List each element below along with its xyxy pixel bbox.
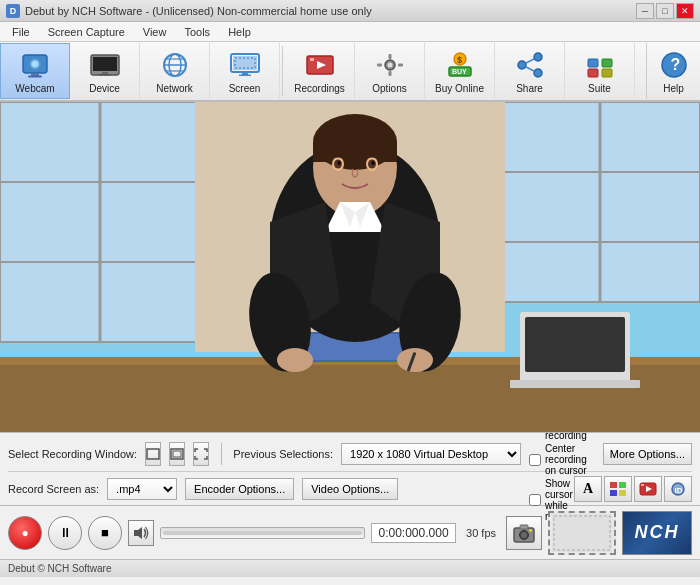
title-bar: D Debut by NCH Software - (Unlicensed) N…	[0, 0, 700, 22]
select-window-label: Select Recording Window:	[8, 448, 137, 460]
toolbar-help[interactable]: ? Help	[646, 43, 700, 99]
svg-rect-25	[388, 71, 391, 76]
show-cursor-checkbox[interactable]	[529, 494, 541, 506]
preview-thumbnail	[548, 511, 616, 555]
recordings-icon	[304, 49, 336, 81]
menu-tools[interactable]: Tools	[176, 24, 218, 40]
options-label: Options	[372, 83, 406, 94]
toolbar-suite[interactable]: Suite	[565, 43, 635, 99]
snapshot-button[interactable]	[506, 516, 542, 550]
toolbar-recordings[interactable]: Recordings	[285, 43, 355, 99]
minimize-button[interactable]: ─	[636, 3, 654, 19]
video-options-button[interactable]: Video Options...	[302, 478, 398, 500]
screen-icon	[229, 49, 261, 81]
video-effects-button[interactable]	[634, 476, 662, 502]
menu-file[interactable]: File	[4, 24, 38, 40]
status-bar: Debut © NCH Software	[0, 559, 700, 577]
buy-online-label: Buy Online	[435, 83, 484, 94]
svg-point-100	[529, 529, 531, 531]
time-display: 0:00:000.000	[371, 523, 456, 543]
device-label: Device	[89, 83, 120, 94]
controls-row2: Record Screen as: .mp4 .avi .mov .wmv En…	[8, 471, 692, 501]
window-btn-3[interactable]	[193, 442, 209, 466]
bottom-bar: ● ⏸ ■ 0:00:000.000 30 fps NCH	[0, 505, 700, 559]
svg-rect-88	[610, 490, 617, 496]
svg-point-33	[518, 61, 526, 69]
stop-icon: ■	[101, 525, 109, 540]
menu-view[interactable]: View	[135, 24, 175, 40]
controls-row1: Select Recording Window: Previous Select…	[8, 437, 692, 471]
menu-help[interactable]: Help	[220, 24, 259, 40]
share-icon	[514, 49, 546, 81]
right-icons: A ID	[574, 476, 692, 502]
device-icon	[89, 49, 121, 81]
svg-rect-61	[510, 380, 640, 388]
svg-point-34	[534, 69, 542, 77]
watermark-button[interactable]: ID	[664, 476, 692, 502]
svg-rect-101	[552, 514, 612, 552]
window-btn-2[interactable]	[169, 442, 185, 466]
window-btn-1[interactable]	[145, 442, 161, 466]
volume-button[interactable]	[128, 520, 154, 546]
center-cursor-checkbox[interactable]	[529, 454, 541, 466]
pause-button[interactable]: ⏸	[48, 516, 82, 550]
network-label: Network	[156, 83, 193, 94]
svg-text:ID: ID	[675, 486, 683, 495]
status-text: Debut © NCH Software	[8, 563, 112, 574]
toolbar-share[interactable]: Share	[495, 43, 565, 99]
previous-selections-dropdown[interactable]: 1920 x 1080 Virtual Desktop	[341, 443, 521, 465]
title-text: Debut by NCH Software - (Unlicensed) Non…	[25, 5, 372, 17]
svg-marker-95	[134, 527, 142, 539]
toolbar-network[interactable]: Network	[140, 43, 210, 99]
toolbar-screen[interactable]: Screen	[210, 43, 280, 99]
title-buttons[interactable]: ─ □ ✕	[636, 3, 694, 19]
menu-screen-capture[interactable]: Screen Capture	[40, 24, 133, 40]
controls-area: Select Recording Window: Previous Select…	[0, 432, 700, 505]
nch-text: NCH	[635, 522, 680, 543]
svg-rect-60	[525, 317, 625, 372]
webcam-icon	[19, 49, 51, 81]
svg-point-71	[338, 161, 341, 165]
format-dropdown[interactable]: .mp4 .avi .mov .wmv	[107, 478, 177, 500]
app-icon: D	[6, 4, 20, 18]
svg-rect-92	[641, 484, 644, 486]
title-bar-left: D Debut by NCH Software - (Unlicensed) N…	[6, 4, 372, 18]
color-correction-button[interactable]	[604, 476, 632, 502]
svg-rect-26	[377, 63, 382, 66]
toolbar-options[interactable]: Options	[355, 43, 425, 99]
webcam-label: Webcam	[15, 83, 54, 94]
svg-point-72	[372, 161, 375, 165]
svg-line-36	[526, 67, 534, 71]
progress-bar[interactable]	[160, 527, 365, 539]
record-button[interactable]: ●	[8, 516, 42, 550]
svg-rect-27	[398, 63, 403, 66]
svg-rect-99	[520, 525, 528, 529]
stop-button[interactable]: ■	[88, 516, 122, 550]
more-options-button[interactable]: More Options...	[603, 443, 692, 465]
svg-text:BUY: BUY	[452, 68, 467, 75]
svg-rect-6	[93, 57, 117, 71]
svg-rect-87	[619, 482, 626, 488]
toolbar-webcam[interactable]: Webcam	[0, 43, 70, 99]
close-button[interactable]: ✕	[676, 3, 694, 19]
svg-text:?: ?	[670, 56, 680, 73]
svg-rect-37	[588, 59, 598, 67]
maximize-button[interactable]: □	[656, 3, 674, 19]
screen-label: Screen	[229, 83, 261, 94]
menu-bar: File Screen Capture View Tools Help	[0, 22, 700, 42]
share-label: Share	[516, 83, 543, 94]
svg-rect-38	[602, 59, 612, 67]
encoder-options-button[interactable]: Encoder Options...	[185, 478, 294, 500]
suite-label: Suite	[588, 83, 611, 94]
text-overlay-button[interactable]: A	[574, 476, 602, 502]
svg-rect-17	[239, 74, 251, 76]
previous-selections-label: Previous Selections:	[233, 448, 333, 460]
svg-rect-40	[602, 69, 612, 77]
toolbar-buy-online[interactable]: $ BUY Buy Online	[425, 43, 495, 99]
suite-icon	[584, 49, 616, 81]
center-cursor-checkbox-row[interactable]: Center recording on cursor	[529, 443, 595, 476]
svg-rect-8	[99, 74, 111, 76]
toolbar-device[interactable]: Device	[70, 43, 140, 99]
svg-rect-39	[588, 69, 598, 77]
center-cursor-label: Center recording on cursor	[545, 443, 595, 476]
